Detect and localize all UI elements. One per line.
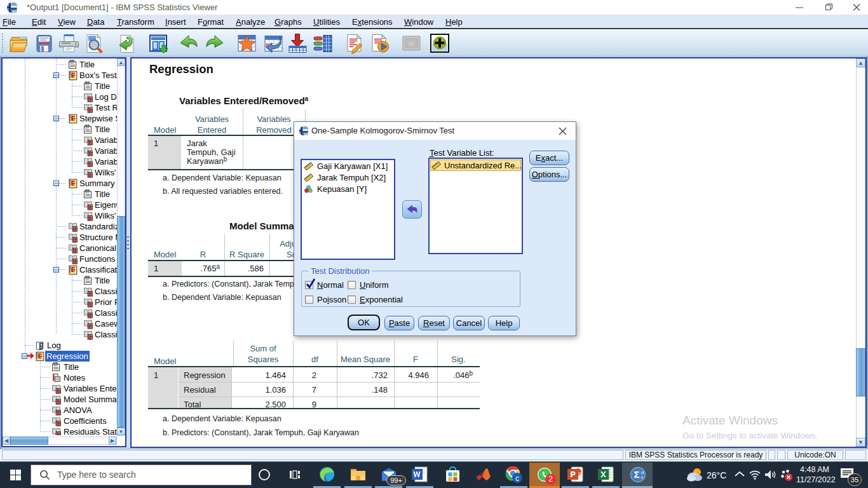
svg-text:c: c	[515, 474, 519, 483]
svg-text:Σ: Σ	[634, 469, 639, 480]
svg-text:+: +	[641, 475, 644, 481]
